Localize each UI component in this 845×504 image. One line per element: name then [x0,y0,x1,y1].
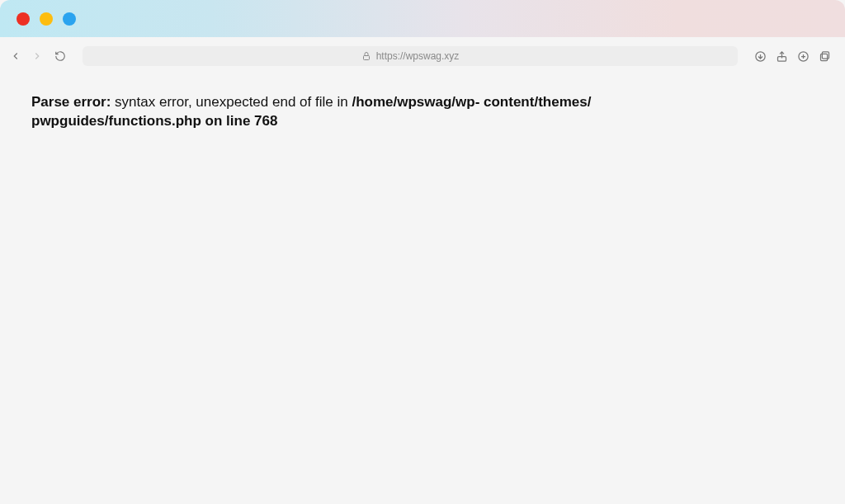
svg-rect-0 [363,56,369,60]
error-path-line2: pwpguides/functions.php on line 768 [31,113,277,129]
back-button[interactable] [8,49,23,64]
page-content: Parse error: syntax error, unexpected en… [0,68,845,156]
browser-toolbar: https://wpswag.xyz [8,44,837,68]
reload-button[interactable] [53,49,68,64]
add-button[interactable] [795,49,810,64]
maximize-window-button[interactable] [63,12,76,26]
parse-error-message: Parse error: syntax error, unexpected en… [31,93,814,131]
minimize-window-button[interactable] [40,12,53,26]
window-titlebar [0,0,845,37]
url-text: https://wpswag.xyz [376,50,460,62]
error-message: syntax error, unexpected end of file in [111,94,352,110]
close-window-button[interactable] [17,12,30,26]
forward-button[interactable] [30,49,45,64]
error-label: Parse error: [31,94,111,110]
address-bar[interactable]: https://wpswag.xyz [83,46,738,66]
download-button[interactable] [753,49,767,64]
svg-rect-4 [822,51,828,58]
share-button[interactable] [774,49,789,64]
lock-icon [361,51,371,61]
error-path-line1: /home/wpswag/wp- content/themes/ [352,94,591,110]
tabs-button[interactable] [817,49,832,64]
toolbar-right-icons [753,49,832,64]
svg-rect-5 [820,54,827,60]
